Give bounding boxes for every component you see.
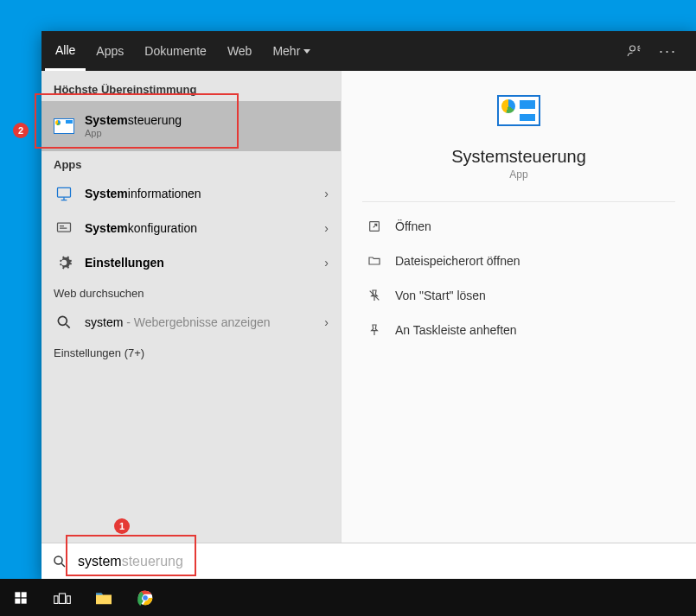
- start-button[interactable]: [0, 579, 42, 616]
- unpin-icon: [366, 287, 383, 304]
- result-settings[interactable]: Einstellungen ›: [42, 245, 341, 280]
- svg-rect-12: [67, 595, 70, 603]
- system-info-icon: [54, 183, 74, 204]
- section-best-match: Höchste Übereinstimmung: [42, 76, 341, 101]
- preview-pane: Systemsteuerung App Öffnen Dateispeicher…: [341, 71, 696, 543]
- folder-icon: [366, 252, 383, 270]
- control-panel-icon: [497, 95, 540, 126]
- svg-rect-7: [22, 592, 27, 597]
- tab-all[interactable]: Alle: [45, 31, 86, 71]
- svg-rect-2: [58, 223, 71, 232]
- action-label: Öffnen: [395, 219, 431, 233]
- svg-rect-1: [58, 187, 71, 197]
- preview-subtitle: App: [509, 168, 527, 181]
- chevron-right-icon: ›: [324, 256, 329, 270]
- divider: [362, 201, 675, 202]
- svg-point-5: [54, 556, 62, 564]
- search-panel: Alle Apps Dokumente Web Mehr ··· Höchste…: [42, 31, 696, 579]
- tab-documents[interactable]: Dokumente: [134, 31, 217, 71]
- preview-title: Systemsteuerung: [451, 147, 586, 167]
- chevron-down-icon: [303, 49, 310, 54]
- svg-point-0: [629, 46, 635, 51]
- section-settings-more: Einstellungen (7+): [42, 340, 341, 365]
- svg-rect-6: [15, 592, 20, 597]
- result-system-info[interactable]: Systeminformationen ›: [42, 176, 341, 211]
- system-config-icon: [54, 218, 74, 238]
- feedback-icon[interactable]: [617, 43, 650, 59]
- svg-point-3: [58, 316, 67, 325]
- action-label: An Taskleiste anheften: [395, 323, 517, 337]
- results-list: Höchste Übereinstimmung Systemsteuerung …: [42, 71, 341, 543]
- result-web-search[interactable]: system - Webergebnisse anzeigen ›: [42, 305, 341, 340]
- search-typed-text: system: [78, 554, 122, 568]
- open-icon: [366, 218, 383, 235]
- result-control-panel[interactable]: Systemsteuerung App: [42, 101, 341, 151]
- options-icon[interactable]: ···: [650, 42, 686, 60]
- tab-more[interactable]: Mehr: [262, 31, 321, 71]
- result-system-config[interactable]: Systemkonfiguration ›: [42, 211, 341, 245]
- result-subtitle: App: [85, 128, 329, 139]
- taskbar-file-explorer[interactable]: [83, 579, 125, 616]
- taskbar-chrome[interactable]: [125, 579, 166, 616]
- search-icon: [54, 312, 74, 333]
- tab-apps[interactable]: Apps: [86, 31, 134, 71]
- chevron-right-icon: ›: [324, 315, 329, 329]
- svg-rect-11: [59, 594, 65, 603]
- tabs-bar: Alle Apps Dokumente Web Mehr ···: [42, 31, 696, 71]
- taskbar: [0, 579, 696, 616]
- pin-icon: [366, 321, 383, 339]
- tab-more-label: Mehr: [272, 44, 300, 58]
- gear-icon: [54, 252, 74, 273]
- task-view-button[interactable]: [42, 579, 83, 616]
- tab-web[interactable]: Web: [217, 31, 263, 71]
- result-title-bold: System: [85, 113, 128, 127]
- section-apps: Apps: [42, 151, 341, 176]
- search-suggestion-text: steuerung: [122, 554, 183, 568]
- svg-rect-9: [22, 598, 27, 603]
- section-web: Web durchsuchen: [42, 280, 341, 305]
- chevron-right-icon: ›: [324, 221, 329, 235]
- control-panel-icon: [54, 116, 74, 137]
- svg-rect-10: [54, 595, 58, 603]
- action-label: Von "Start" lösen: [395, 289, 486, 302]
- search-input[interactable]: systemsteuerung: [42, 543, 696, 579]
- result-title-rest: steuerung: [128, 113, 182, 127]
- search-icon: [42, 554, 78, 569]
- action-open[interactable]: Öffnen: [362, 209, 675, 244]
- annotation-badge-2: 2: [13, 123, 29, 138]
- action-label: Dateispeicherort öffnen: [395, 254, 520, 268]
- action-unpin-start[interactable]: Von "Start" lösen: [362, 278, 675, 313]
- svg-rect-8: [15, 598, 20, 603]
- chevron-right-icon: ›: [324, 187, 329, 200]
- action-pin-taskbar[interactable]: An Taskleiste anheften: [362, 313, 675, 347]
- action-file-location[interactable]: Dateispeicherort öffnen: [362, 244, 675, 278]
